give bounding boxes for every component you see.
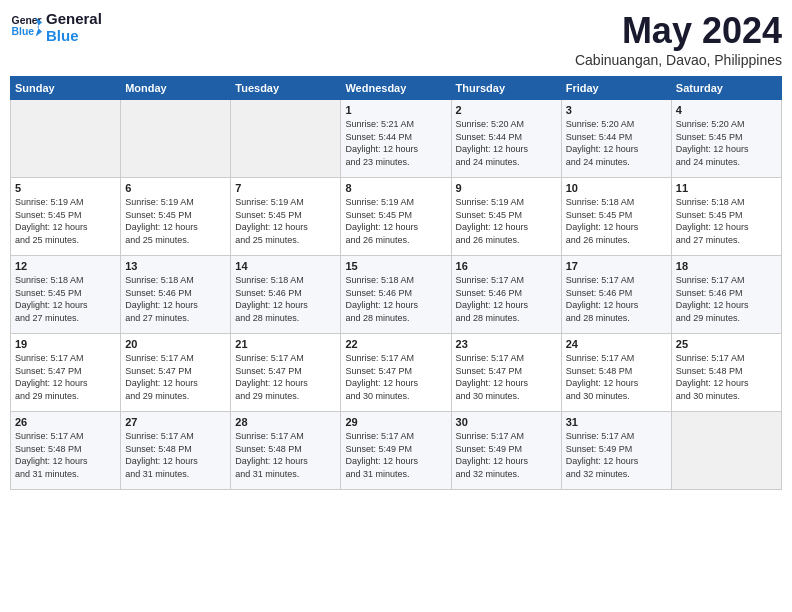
day-number: 24 <box>566 338 667 350</box>
day-number: 22 <box>345 338 446 350</box>
day-number: 4 <box>676 104 777 116</box>
day-number: 2 <box>456 104 557 116</box>
calendar-cell: 6Sunrise: 5:19 AM Sunset: 5:45 PM Daylig… <box>121 178 231 256</box>
calendar-cell <box>11 100 121 178</box>
weekday-header-friday: Friday <box>561 77 671 100</box>
day-info: Sunrise: 5:19 AM Sunset: 5:45 PM Dayligh… <box>125 196 226 246</box>
calendar-cell: 10Sunrise: 5:18 AM Sunset: 5:45 PM Dayli… <box>561 178 671 256</box>
calendar-table: SundayMondayTuesdayWednesdayThursdayFrid… <box>10 76 782 490</box>
day-info: Sunrise: 5:17 AM Sunset: 5:46 PM Dayligh… <box>566 274 667 324</box>
calendar-cell: 13Sunrise: 5:18 AM Sunset: 5:46 PM Dayli… <box>121 256 231 334</box>
logo: General Blue General Blue <box>10 10 102 44</box>
day-info: Sunrise: 5:17 AM Sunset: 5:49 PM Dayligh… <box>566 430 667 480</box>
day-info: Sunrise: 5:17 AM Sunset: 5:48 PM Dayligh… <box>676 352 777 402</box>
day-info: Sunrise: 5:17 AM Sunset: 5:48 PM Dayligh… <box>235 430 336 480</box>
logo-text-blue: Blue <box>46 27 102 44</box>
calendar-cell: 22Sunrise: 5:17 AM Sunset: 5:47 PM Dayli… <box>341 334 451 412</box>
day-number: 12 <box>15 260 116 272</box>
day-info: Sunrise: 5:17 AM Sunset: 5:48 PM Dayligh… <box>566 352 667 402</box>
calendar-cell: 2Sunrise: 5:20 AM Sunset: 5:44 PM Daylig… <box>451 100 561 178</box>
day-number: 9 <box>456 182 557 194</box>
day-info: Sunrise: 5:19 AM Sunset: 5:45 PM Dayligh… <box>345 196 446 246</box>
title-block: May 2024 Cabinuangan, Davao, Philippines <box>575 10 782 68</box>
calendar-cell: 21Sunrise: 5:17 AM Sunset: 5:47 PM Dayli… <box>231 334 341 412</box>
day-number: 15 <box>345 260 446 272</box>
calendar-cell <box>121 100 231 178</box>
day-info: Sunrise: 5:18 AM Sunset: 5:45 PM Dayligh… <box>15 274 116 324</box>
day-info: Sunrise: 5:17 AM Sunset: 5:48 PM Dayligh… <box>125 430 226 480</box>
day-info: Sunrise: 5:21 AM Sunset: 5:44 PM Dayligh… <box>345 118 446 168</box>
day-info: Sunrise: 5:17 AM Sunset: 5:46 PM Dayligh… <box>456 274 557 324</box>
page-header: General Blue General Blue May 2024 Cabin… <box>10 10 782 68</box>
calendar-cell: 30Sunrise: 5:17 AM Sunset: 5:49 PM Dayli… <box>451 412 561 490</box>
day-info: Sunrise: 5:18 AM Sunset: 5:45 PM Dayligh… <box>676 196 777 246</box>
day-number: 19 <box>15 338 116 350</box>
day-info: Sunrise: 5:19 AM Sunset: 5:45 PM Dayligh… <box>15 196 116 246</box>
day-number: 27 <box>125 416 226 428</box>
calendar-cell: 16Sunrise: 5:17 AM Sunset: 5:46 PM Dayli… <box>451 256 561 334</box>
day-number: 14 <box>235 260 336 272</box>
day-info: Sunrise: 5:17 AM Sunset: 5:46 PM Dayligh… <box>676 274 777 324</box>
calendar-cell: 12Sunrise: 5:18 AM Sunset: 5:45 PM Dayli… <box>11 256 121 334</box>
calendar-cell: 7Sunrise: 5:19 AM Sunset: 5:45 PM Daylig… <box>231 178 341 256</box>
calendar-cell: 14Sunrise: 5:18 AM Sunset: 5:46 PM Dayli… <box>231 256 341 334</box>
day-number: 13 <box>125 260 226 272</box>
calendar-cell: 4Sunrise: 5:20 AM Sunset: 5:45 PM Daylig… <box>671 100 781 178</box>
day-number: 25 <box>676 338 777 350</box>
day-number: 5 <box>15 182 116 194</box>
calendar-cell: 17Sunrise: 5:17 AM Sunset: 5:46 PM Dayli… <box>561 256 671 334</box>
day-number: 26 <box>15 416 116 428</box>
day-number: 21 <box>235 338 336 350</box>
calendar-cell: 27Sunrise: 5:17 AM Sunset: 5:48 PM Dayli… <box>121 412 231 490</box>
calendar-week-3: 12Sunrise: 5:18 AM Sunset: 5:45 PM Dayli… <box>11 256 782 334</box>
day-info: Sunrise: 5:17 AM Sunset: 5:49 PM Dayligh… <box>345 430 446 480</box>
day-number: 1 <box>345 104 446 116</box>
weekday-header-thursday: Thursday <box>451 77 561 100</box>
day-number: 28 <box>235 416 336 428</box>
calendar-cell: 11Sunrise: 5:18 AM Sunset: 5:45 PM Dayli… <box>671 178 781 256</box>
weekday-row: SundayMondayTuesdayWednesdayThursdayFrid… <box>11 77 782 100</box>
day-number: 17 <box>566 260 667 272</box>
day-number: 3 <box>566 104 667 116</box>
calendar-cell: 24Sunrise: 5:17 AM Sunset: 5:48 PM Dayli… <box>561 334 671 412</box>
day-number: 31 <box>566 416 667 428</box>
calendar-cell: 19Sunrise: 5:17 AM Sunset: 5:47 PM Dayli… <box>11 334 121 412</box>
day-info: Sunrise: 5:17 AM Sunset: 5:49 PM Dayligh… <box>456 430 557 480</box>
day-info: Sunrise: 5:20 AM Sunset: 5:44 PM Dayligh… <box>566 118 667 168</box>
day-number: 8 <box>345 182 446 194</box>
day-info: Sunrise: 5:17 AM Sunset: 5:47 PM Dayligh… <box>235 352 336 402</box>
day-number: 7 <box>235 182 336 194</box>
day-info: Sunrise: 5:18 AM Sunset: 5:46 PM Dayligh… <box>345 274 446 324</box>
calendar-cell: 15Sunrise: 5:18 AM Sunset: 5:46 PM Dayli… <box>341 256 451 334</box>
calendar-week-5: 26Sunrise: 5:17 AM Sunset: 5:48 PM Dayli… <box>11 412 782 490</box>
calendar-cell: 18Sunrise: 5:17 AM Sunset: 5:46 PM Dayli… <box>671 256 781 334</box>
weekday-header-tuesday: Tuesday <box>231 77 341 100</box>
day-info: Sunrise: 5:17 AM Sunset: 5:47 PM Dayligh… <box>456 352 557 402</box>
calendar-cell: 29Sunrise: 5:17 AM Sunset: 5:49 PM Dayli… <box>341 412 451 490</box>
calendar-week-1: 1Sunrise: 5:21 AM Sunset: 5:44 PM Daylig… <box>11 100 782 178</box>
calendar-header: SundayMondayTuesdayWednesdayThursdayFrid… <box>11 77 782 100</box>
calendar-cell: 8Sunrise: 5:19 AM Sunset: 5:45 PM Daylig… <box>341 178 451 256</box>
calendar-body: 1Sunrise: 5:21 AM Sunset: 5:44 PM Daylig… <box>11 100 782 490</box>
month-title: May 2024 <box>575 10 782 52</box>
weekday-header-sunday: Sunday <box>11 77 121 100</box>
calendar-cell: 23Sunrise: 5:17 AM Sunset: 5:47 PM Dayli… <box>451 334 561 412</box>
logo-icon: General Blue <box>10 11 42 43</box>
location: Cabinuangan, Davao, Philippines <box>575 52 782 68</box>
day-info: Sunrise: 5:19 AM Sunset: 5:45 PM Dayligh… <box>456 196 557 246</box>
logo-text-general: General <box>46 10 102 27</box>
day-number: 10 <box>566 182 667 194</box>
day-info: Sunrise: 5:18 AM Sunset: 5:46 PM Dayligh… <box>125 274 226 324</box>
calendar-cell: 9Sunrise: 5:19 AM Sunset: 5:45 PM Daylig… <box>451 178 561 256</box>
weekday-header-monday: Monday <box>121 77 231 100</box>
weekday-header-wednesday: Wednesday <box>341 77 451 100</box>
calendar-cell: 5Sunrise: 5:19 AM Sunset: 5:45 PM Daylig… <box>11 178 121 256</box>
calendar-cell: 26Sunrise: 5:17 AM Sunset: 5:48 PM Dayli… <box>11 412 121 490</box>
calendar-week-2: 5Sunrise: 5:19 AM Sunset: 5:45 PM Daylig… <box>11 178 782 256</box>
day-number: 23 <box>456 338 557 350</box>
day-info: Sunrise: 5:18 AM Sunset: 5:46 PM Dayligh… <box>235 274 336 324</box>
day-number: 18 <box>676 260 777 272</box>
weekday-header-saturday: Saturday <box>671 77 781 100</box>
calendar-week-4: 19Sunrise: 5:17 AM Sunset: 5:47 PM Dayli… <box>11 334 782 412</box>
day-info: Sunrise: 5:17 AM Sunset: 5:47 PM Dayligh… <box>125 352 226 402</box>
